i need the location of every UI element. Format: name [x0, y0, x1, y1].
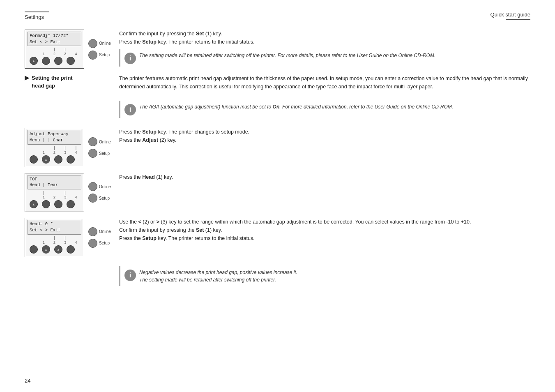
tof-btn-2[interactable]	[42, 200, 50, 208]
section1-left: FormAdj= 17/72" Set < > Exit | |	[25, 30, 115, 70]
head-tick3: |	[60, 236, 71, 240]
online-label-1: Online	[99, 41, 111, 46]
adjust-right: Press the Setup key. The printer changes…	[115, 128, 530, 147]
setup-round-btn-1[interactable]	[88, 51, 97, 60]
page-number: 24	[25, 378, 30, 384]
tof-num1: 1	[38, 196, 49, 200]
tof-text-2: (1) key.	[155, 174, 173, 180]
head-lt: <	[138, 219, 141, 225]
setup-round-btn-2[interactable]	[88, 149, 97, 158]
tof-tick2	[49, 191, 60, 195]
tof-tick4	[71, 191, 81, 195]
tof-btn-up-1[interactable]	[30, 200, 38, 208]
adj-btn-3[interactable]	[54, 155, 62, 164]
online-btn-1: Online	[88, 39, 111, 48]
formadj-line2: Set < > Exit	[30, 39, 79, 45]
head-line1: Head= 0 *	[30, 221, 79, 227]
head-btn-1[interactable]	[30, 245, 38, 254]
setup-round-btn-4[interactable]	[88, 239, 97, 248]
formadj-btn-row	[28, 57, 81, 65]
btn-4[interactable]	[67, 57, 75, 65]
para-right: The printer features automatic print hea…	[115, 74, 530, 93]
head-tick4	[71, 236, 81, 240]
tick4	[71, 48, 81, 52]
adj-btn-4[interactable]	[67, 155, 75, 164]
adjust-line1: Adjust Paperway	[30, 131, 79, 137]
adj-btn-up-2[interactable]	[42, 155, 50, 164]
adjust-line2: Menu | | Char	[30, 137, 79, 143]
adjust-tick-row: | | |	[28, 146, 81, 150]
tof-tick1: |	[38, 191, 49, 195]
head-btn-up-2[interactable]	[42, 245, 50, 254]
tof-left: TOF Head | Tear | | 1	[25, 173, 115, 214]
setup-label-1: Setup	[99, 53, 110, 57]
info-italic-1: The setting made will be retained after …	[139, 53, 435, 58]
online-round-btn-3[interactable]	[88, 182, 97, 191]
btn-up-1[interactable]	[30, 57, 38, 65]
head-panel-wrap: Head= 0 * Set < > Exit | |	[25, 218, 111, 257]
formadj-num-row: 1 2 3 4	[28, 52, 81, 56]
header-settings-label: Settings	[25, 14, 49, 20]
head-btn-up-3[interactable]	[54, 245, 62, 254]
adjust-btn-row	[28, 155, 81, 164]
confirm-text-2: (1) key.	[204, 31, 222, 37]
tof-num-row: 1 2 3 4	[28, 196, 81, 200]
confirm-para: Confirm the input by pressing the Set (1…	[119, 30, 530, 46]
head-screen: Head= 0 * Set < > Exit	[28, 220, 81, 234]
adj-btn-cell-2	[40, 155, 52, 164]
head-bold-set: Set	[196, 227, 204, 233]
head-btn-cell-3	[52, 245, 64, 254]
adj-tick2: |	[49, 146, 60, 150]
heading-left: ▶ Setting the print head gap	[25, 74, 115, 90]
online-label-3: Online	[99, 184, 111, 189]
header: Settings Quick start guide	[25, 12, 530, 22]
head-num3: 3	[60, 241, 71, 245]
head-num-row: 1 2 3 4	[28, 241, 81, 245]
head-bold-setup: Setup	[142, 235, 157, 241]
setup-label-3: Setup	[99, 196, 110, 201]
info-text-1: The setting made will be retained after …	[139, 52, 435, 59]
num1: 1	[38, 52, 49, 56]
setup-btn-1: Setup	[88, 51, 111, 60]
adj-text-3: Press the	[119, 137, 142, 143]
confirm-bold-set: Set	[196, 31, 204, 37]
online-round-btn-4[interactable]	[88, 227, 97, 236]
tof-line1: TOF	[30, 176, 79, 182]
btn-2[interactable]	[42, 57, 50, 65]
online-setup-col-2: Online Setup	[88, 137, 111, 158]
head-gt: >	[157, 219, 159, 225]
heading-text-block: Setting the print head gap	[32, 74, 73, 89]
info-icon-aga: i	[124, 104, 136, 115]
section-heading: ▶ Setting the print head gap	[25, 74, 111, 89]
adj-btn-1[interactable]	[30, 155, 38, 164]
online-setup-col-1: Online Setup	[88, 39, 111, 60]
press-text-2: key. The printer returns to the initial …	[157, 39, 255, 45]
tof-btn-4[interactable]	[67, 200, 75, 208]
setup-btn-4: Setup	[88, 239, 111, 248]
adjust-panel-wrap: Adjust Paperway Menu | | Char | | |	[25, 128, 111, 167]
adj-tick3: |	[60, 146, 71, 150]
confirm-text-1: Confirm the input by pressing the	[119, 31, 196, 37]
btn-3[interactable]	[54, 57, 62, 65]
setup-btn-3: Setup	[88, 194, 111, 203]
online-setup-col-3: Online Setup	[88, 182, 111, 203]
adj-num4: 4	[71, 151, 81, 155]
head-num4: 4	[71, 241, 81, 245]
adjust-left: Adjust Paperway Menu | | Char | | |	[25, 128, 115, 168]
head-line2: Set < > Exit	[30, 227, 79, 233]
online-round-btn-2[interactable]	[88, 137, 97, 146]
head-right: Use the < (2) or > (3) key to set the ra…	[115, 218, 530, 245]
btn-cell-4	[64, 57, 77, 65]
tof-btn-3[interactable]	[54, 200, 62, 208]
setup-round-btn-3[interactable]	[88, 194, 97, 203]
tof-num3: 3	[60, 196, 71, 200]
adj-bold-adjust: Adjust	[142, 137, 158, 143]
head-btn-4[interactable]	[67, 245, 75, 254]
tof-screen: TOF Head | Tear	[28, 175, 81, 189]
aga-on-bold: On	[273, 104, 280, 110]
tof-panel: TOF Head | Tear | | 1	[25, 173, 84, 212]
head-tick2: |	[49, 236, 60, 240]
content: FormAdj= 17/72" Set < > Exit | |	[25, 30, 530, 296]
online-round-btn-1[interactable]	[88, 39, 97, 48]
tof-panel-row: TOF Head | Tear | | 1	[25, 173, 530, 214]
